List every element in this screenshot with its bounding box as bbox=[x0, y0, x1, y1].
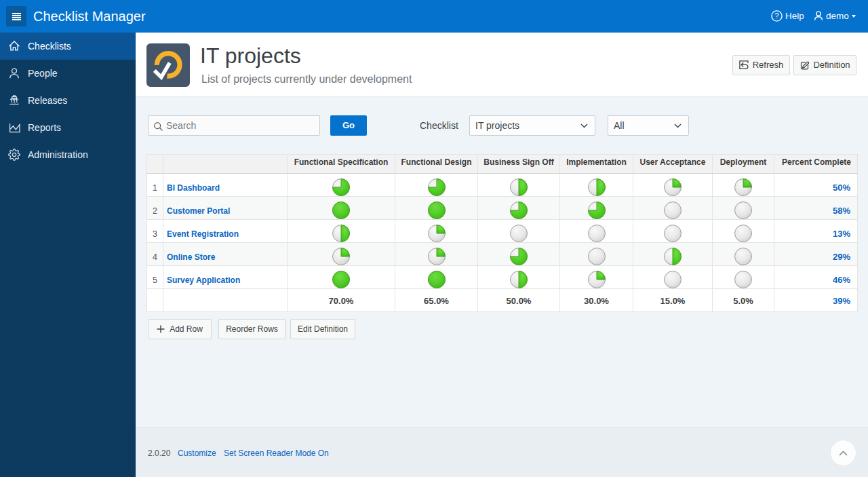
svg-text:?: ? bbox=[774, 12, 778, 20]
